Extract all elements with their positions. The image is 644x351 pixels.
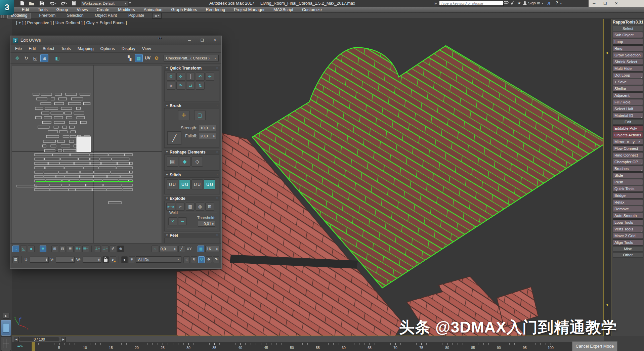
rappatools-button-remove[interactable]: Remove — [613, 206, 643, 212]
scale-tool[interactable]: ◱ — [31, 54, 39, 62]
stitch-to-target-icon[interactable]: ∪∪ — [179, 179, 190, 189]
straighten-element-icon[interactable]: ◇ — [191, 157, 203, 167]
render-uvw-template-icon[interactable]: ⚙ — [153, 54, 161, 62]
mini-curve-editor-icon[interactable]: ≣∿ — [17, 344, 23, 348]
save-file-button[interactable] — [38, 0, 45, 6]
rappatools-button-similar[interactable]: Similar — [613, 86, 643, 92]
grow-selection-icon[interactable]: ⊞ — [51, 246, 58, 252]
menu-create[interactable]: Create — [92, 7, 114, 12]
w-value[interactable]: ▲▼ — [83, 257, 101, 263]
menu-maxscript[interactable]: MAXScript — [269, 7, 298, 12]
target-weld-icon[interactable]: ✕ — [168, 217, 177, 225]
workspace-dropdown[interactable]: Workspace: Default▼ — [81, 1, 128, 6]
zoom-to-gizmo-icon[interactable]: ↷ — [213, 256, 219, 263]
menu-tools[interactable]: Tools — [34, 7, 52, 12]
exchange-apps-icon[interactable]: X — [548, 1, 551, 6]
rappatools-button-fill-hole[interactable]: Fill / Hole — [613, 99, 643, 105]
zoom-extents-icon[interactable]: ❖ — [206, 256, 212, 263]
align-pivot-icon[interactable]: ⊕ — [167, 73, 175, 81]
rappatools-button-mirror[interactable]: Mirrorx y z — [613, 139, 643, 145]
viewport-label[interactable]: [ + ] [ Perspective ] [ User Defined ] [… — [16, 20, 127, 25]
lock-selection-icon[interactable] — [102, 256, 109, 263]
detach-edge-verts-icon[interactable]: ⌐ — [176, 203, 185, 211]
rollout-stitch[interactable]: ▼ Stitch ⁙ — [164, 172, 220, 177]
ring-grow-icon[interactable]: ⊥+ — [94, 246, 101, 252]
threshold-field[interactable]: 0,01 ▲▼ — [198, 221, 215, 227]
stitch-to-average-icon[interactable]: ∪∪ — [204, 179, 215, 189]
rappatools-button-sub-object[interactable]: Sub Object — [613, 32, 643, 38]
falloff-linear-icon[interactable]: ╱ — [178, 246, 185, 252]
rotate-ccw-icon[interactable]: ↶ — [196, 73, 205, 81]
project-toolbar-icon[interactable] — [71, 0, 77, 6]
absolute-typein-toggle-icon[interactable]: ⊡ — [12, 256, 19, 263]
new-file-button[interactable] — [19, 0, 26, 6]
spinner-arrows-icon[interactable]: ▲▼ — [212, 222, 214, 225]
favorites-star-icon[interactable]: ★ — [517, 1, 521, 5]
rappatools-button-bridge[interactable]: Bridge — [613, 192, 643, 199]
align-to-edge-icon[interactable]: ◈ — [167, 82, 175, 90]
track-bar[interactable]: ≣∿ 5101520253035404550556065707580859095… — [12, 342, 604, 351]
edge-mode-icon[interactable]: ◺ — [20, 246, 27, 252]
select-loop-icon[interactable]: ≣ — [67, 246, 74, 252]
rollout-reshape-elements[interactable]: ▼ Reshape Elements ⁙ — [164, 149, 220, 155]
spinner-arrows-icon[interactable]: ▲▼ — [174, 247, 176, 251]
rollout-explode[interactable]: ▼ Explode ⁙ — [164, 195, 220, 201]
rappatools-button-brushes[interactable]: Brushes — [613, 166, 643, 172]
next-frame-button[interactable]: ▶ — [61, 337, 66, 342]
search-history-arrow-icon[interactable]: ▶ — [435, 2, 437, 5]
rappatools-section-other[interactable]: Other — [613, 252, 643, 258]
rappatools-button-champfer-op[interactable]: Champfer OP — [613, 159, 643, 165]
rappatools-button-push[interactable]: Push — [613, 179, 643, 185]
spinner-arrows-icon[interactable]: ▲▼ — [213, 134, 215, 138]
rappatools-button-save[interactable]: + Save — [613, 79, 643, 85]
layout-quad-view-button[interactable] — [1, 336, 11, 351]
pattern-tiling-icon[interactable]: ▚ — [126, 54, 134, 62]
uvw-menu-options[interactable]: Options — [97, 46, 118, 51]
rollout-peel[interactable]: ▼ Peel ⁙ — [164, 232, 220, 238]
relax-element-icon[interactable]: ◆ — [179, 157, 190, 167]
uvw-minimize-button[interactable]: ─ — [183, 36, 196, 45]
layout-single-view-button[interactable] — [1, 320, 11, 336]
loop-shrink-icon[interactable]: ≣− — [82, 246, 89, 252]
menu-customize[interactable]: Customize — [298, 7, 326, 12]
application-menu-button[interactable]: 3 — [0, 0, 14, 15]
strength-field[interactable]: 10,0 ▲▼ — [199, 125, 216, 131]
minimize-button[interactable]: ─ — [589, 0, 600, 7]
rappatools-button-ring[interactable]: Ring — [613, 45, 643, 51]
rappatools-section-select[interactable]: Select — [613, 26, 643, 31]
rappatools-button-slide[interactable]: Slide — [613, 172, 643, 178]
pan-tool-icon[interactable]: ☝ — [183, 256, 190, 263]
zoom-region-tool-icon[interactable]: ⚲ — [198, 256, 205, 263]
rappatools-button-objects-actions[interactable]: Objects Actions — [613, 132, 643, 138]
rollout-grip-icon[interactable]: ⁙ — [216, 173, 219, 176]
uvw-menu-view[interactable]: View — [139, 46, 155, 51]
spinner-arrows-icon[interactable]: ▲▼ — [45, 258, 47, 261]
menu-animation[interactable]: Animation — [139, 7, 167, 12]
stitch-custom-icon[interactable]: ∪∪ — [167, 179, 178, 189]
soft-selection-toggle-icon[interactable]: ◌ — [152, 246, 158, 252]
rappatools-button-align-tools[interactable]: Align Tools — [613, 239, 643, 246]
spinner-arrows-icon[interactable]: ▲▼ — [98, 258, 100, 261]
menu-edit[interactable]: Edit — [17, 7, 34, 12]
ribbon-tab-object-paint[interactable]: Object Paint — [92, 13, 120, 18]
panel-divider[interactable]: ◀ ◀ — [604, 18, 611, 351]
rappatools-button-select-half[interactable]: Select Half — [613, 106, 643, 112]
snap-value[interactable]: 16▲▼ — [205, 246, 219, 252]
rotate-tool[interactable]: ↻ — [22, 54, 30, 62]
uvw-close-button[interactable]: ✕ — [209, 36, 221, 45]
uv-edit-canvas[interactable] — [12, 65, 162, 246]
time-slider-handle[interactable] — [32, 342, 35, 351]
u-value[interactable]: ▲▼ — [30, 257, 49, 263]
rollout-grip-icon[interactable]: ⁙ — [216, 104, 219, 107]
undo-dropdown-caret[interactable]: ▾ — [55, 2, 56, 5]
flatten-custom-icon[interactable]: ⊞ — [205, 203, 214, 211]
brush-falloff-curve-icon[interactable]: ╱ — [167, 131, 181, 145]
rappatools-section-misc[interactable]: Misc — [613, 246, 643, 252]
align-vertical-icon[interactable]: ✛ — [206, 73, 214, 81]
menu-project-manager[interactable]: Project Manager — [229, 7, 269, 12]
ribbon-tab-freeform[interactable]: Freeform — [36, 13, 59, 18]
align-horizontal-icon[interactable]: ✛ — [176, 73, 185, 81]
straighten-selection-icon[interactable]: ║ — [186, 73, 195, 81]
shrink-selection-icon[interactable]: ⊟ — [59, 246, 66, 252]
zoom-tool-icon[interactable]: ⚲ — [191, 256, 197, 263]
